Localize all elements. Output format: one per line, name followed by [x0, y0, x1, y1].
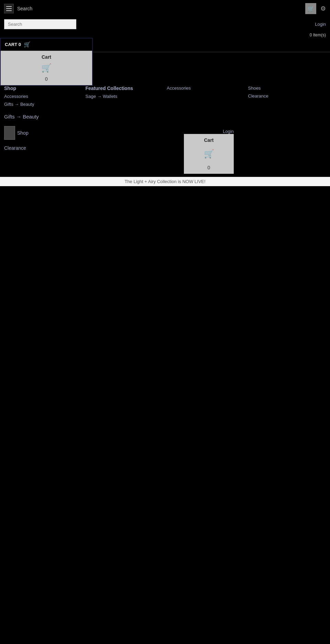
cart-dropdown-label: Cart — [42, 54, 51, 60]
announcement-bar: The Light + Airy Collection is NOW LIVE! — [0, 177, 330, 186]
search-input[interactable] — [4, 19, 76, 29]
shop-thumb-label[interactable]: Shop — [17, 130, 29, 136]
announcement-text: The Light + Airy Collection is NOW LIVE! — [124, 179, 205, 184]
mega-nav: Shop Accessories Gifts → Beauty Featured… — [0, 82, 330, 110]
cart-dropdown-content: Cart 🛒 0 — [1, 51, 92, 85]
cart-icon-button[interactable]: 🛒 — [305, 3, 316, 14]
mega-nav-heading-shop: Shop — [4, 86, 82, 91]
cart-header-icon: 🛒 — [24, 41, 31, 48]
header-left: Search — [4, 4, 32, 13]
hamburger-button[interactable] — [4, 4, 14, 13]
header-search-label: Search — [17, 6, 32, 11]
mega-col-2: Featured Collections Sage → Wallets — [86, 86, 164, 107]
shop-thumb-image — [4, 126, 15, 140]
page-body — [0, 154, 330, 600]
cart-panel-right-label: Cart — [204, 137, 213, 143]
login-right[interactable]: Login — [223, 129, 234, 134]
cart-panel: CART 0 🛒 Cart 🛒 0 — [0, 38, 93, 86]
cart-dropdown-icon: 🛒 — [41, 63, 52, 73]
cart-panel-right-icon: 🛒 — [204, 149, 214, 159]
search-login-row: Login — [0, 17, 330, 31]
shop-with-thumb-row: Shop — [0, 123, 330, 143]
login-link[interactable]: Login — [315, 22, 326, 27]
gifts-beauty-link[interactable]: Gifts → Beauty — [4, 114, 39, 120]
mega-col-3: Accessories — [167, 86, 245, 107]
nav-shoes-4[interactable]: Shoes — [248, 86, 326, 91]
mega-nav-heading-featured: Featured Collections — [86, 86, 164, 91]
cart-header-text: CART 0 — [5, 42, 21, 47]
clearance-label[interactable]: Clearance — [0, 143, 330, 154]
cart-panel-right-count: 0 — [208, 165, 210, 170]
mega-col-1: Shop Accessories Gifts → Beauty — [4, 86, 82, 107]
header-bar: Search 🛒 ⚙ — [0, 0, 330, 17]
header-right: 🛒 ⚙ — [305, 3, 326, 14]
cart-header-row: CART 0 🛒 — [1, 38, 92, 51]
mega-col-4: Shoes Clearance — [248, 86, 326, 107]
cart-dropdown-count: 0 — [45, 76, 48, 82]
nav-accessories-3[interactable]: Accessories — [167, 86, 245, 91]
gear-icon: ⚙ — [320, 5, 326, 12]
nav-accessories-1[interactable]: Accessories — [4, 94, 82, 99]
nav-clearance-4[interactable]: Clearance — [248, 93, 326, 99]
items-count-text: 0 Item(s) — [310, 33, 326, 37]
nav-sage-wallets-2[interactable]: Sage → Wallets — [86, 94, 164, 99]
nav-gifts-beauty-1[interactable]: Gifts → Beauty — [4, 102, 82, 107]
gifts-beauty-row: Gifts → Beauty — [0, 110, 330, 123]
cart-panel-right: Cart 🛒 0 — [184, 134, 234, 174]
